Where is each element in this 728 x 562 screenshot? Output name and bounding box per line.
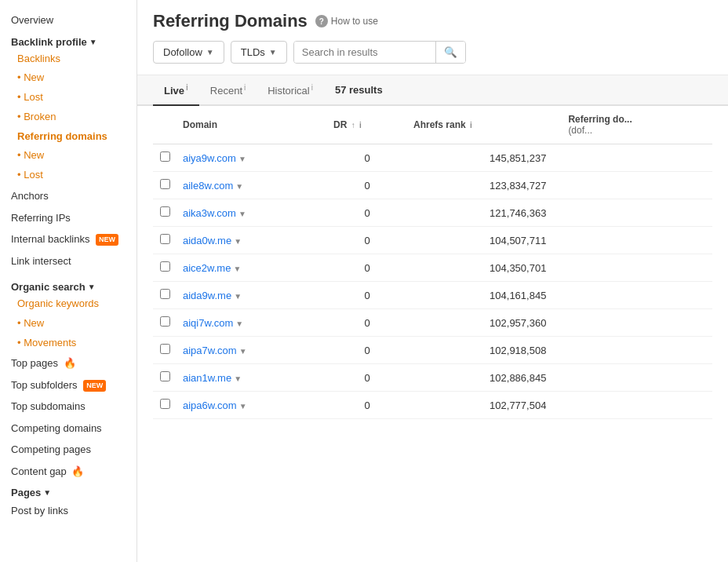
dofollow-caret-icon: ▼ (206, 48, 214, 57)
dofollow-dropdown[interactable]: Dofollow ▼ (153, 41, 224, 64)
row-checkbox[interactable] (160, 371, 170, 381)
new-badge-subfolders: NEW (83, 380, 106, 392)
toolbar: Dofollow ▼ TLDs ▼ 🔍 (153, 41, 712, 67)
table-row: aile8w.com▼ 0 123,834,727 (153, 172, 712, 199)
page-title: Referring Domains (153, 11, 308, 31)
search-icon: 🔍 (444, 46, 457, 58)
domain-cell[interactable]: aipa6w.com▼ (177, 392, 327, 419)
row-checkbox[interactable] (160, 234, 170, 244)
domain-cell[interactable]: aiqi7w.com▼ (177, 309, 327, 337)
sidebar-item-referring-domains[interactable]: Referring domains (0, 127, 136, 147)
row-checkbox[interactable] (160, 206, 170, 217)
ahrefs-rank-cell: 104,507,711 (407, 227, 562, 254)
domain-dropdown-icon[interactable]: ▼ (234, 237, 242, 246)
sidebar-item-internal-backlinks[interactable]: Internal backlinks NEW (0, 228, 136, 250)
domain-cell[interactable]: aida9w.me▼ (177, 282, 327, 309)
sidebar-item-backlinks-new[interactable]: New (0, 68, 136, 88)
domain-cell[interactable]: aian1w.me▼ (177, 364, 327, 392)
dr-cell: 0 (327, 172, 407, 199)
table-row: aian1w.me▼ 0 102,886,845 (153, 364, 712, 392)
domain-cell[interactable]: aile8w.com▼ (177, 172, 327, 199)
sidebar-section-organic-search[interactable]: Organic search ▼ (0, 276, 136, 294)
sidebar-item-backlinks-lost[interactable]: Lost (0, 88, 136, 108)
page-header: Referring Domains ? How to use Dofollow … (137, 0, 728, 75)
ahrefs-rank-info-icon: i (470, 121, 472, 130)
domain-dropdown-icon[interactable]: ▼ (235, 182, 243, 191)
sidebar-item-competing-domains[interactable]: Competing domains (0, 418, 136, 440)
sidebar-item-overview[interactable]: Overview (0, 9, 136, 31)
sidebar-item-referring-domains-lost[interactable]: Lost (0, 166, 136, 185)
sidebar-item-competing-pages[interactable]: Competing pages (0, 439, 136, 461)
referring-do-cell (562, 364, 712, 392)
domain-cell[interactable]: aice2w.me▼ (177, 254, 327, 282)
col-ahrefs-rank[interactable]: Ahrefs rank i (407, 106, 562, 144)
tlds-dropdown[interactable]: TLDs ▼ (231, 41, 287, 64)
table-row: aipa7w.com▼ 0 102,918,508 (153, 337, 712, 364)
tab-historical-info: i (311, 83, 313, 92)
domain-dropdown-icon[interactable]: ▼ (234, 374, 242, 383)
col-domain: Domain (177, 106, 327, 144)
page-title-row: Referring Domains ? How to use (153, 11, 712, 31)
domain-dropdown-icon[interactable]: ▼ (233, 265, 241, 273)
dr-cell: 0 (327, 254, 407, 282)
sidebar-item-anchors[interactable]: Anchors (0, 185, 136, 207)
sidebar-item-top-subfolders[interactable]: Top subfolders NEW (0, 374, 136, 396)
ahrefs-rank-cell: 102,918,508 (407, 337, 562, 364)
table-area: Domain DR ↑ i Ahrefs rank i Referring do… (137, 106, 728, 562)
row-checkbox[interactable] (160, 344, 170, 354)
domain-dropdown-icon[interactable]: ▼ (235, 319, 243, 328)
search-input[interactable] (294, 42, 435, 63)
sidebar-item-referring-domains-new[interactable]: New (0, 146, 136, 166)
domain-dropdown-icon[interactable]: ▼ (239, 347, 247, 356)
results-count: 57 results (335, 84, 383, 96)
sidebar-item-referring-ips[interactable]: Referring IPs (0, 207, 136, 229)
row-checkbox-cell (153, 172, 177, 199)
domain-cell[interactable]: aida0w.me▼ (177, 227, 327, 254)
sidebar-item-post-by-links[interactable]: Post by links (0, 500, 136, 522)
tab-recent[interactable]: Recenti (199, 75, 257, 106)
tab-recent-info: i (244, 83, 246, 92)
tab-historical[interactable]: Historicali (257, 75, 324, 106)
row-checkbox[interactable] (160, 151, 170, 162)
domain-dropdown-icon[interactable]: ▼ (239, 402, 247, 411)
sidebar-item-top-pages[interactable]: Top pages 🔥 (0, 352, 136, 374)
sidebar-item-link-intersect[interactable]: Link intersect (0, 250, 136, 272)
search-button[interactable]: 🔍 (435, 42, 465, 63)
domain-dropdown-icon[interactable]: ▼ (238, 210, 246, 218)
col-dr[interactable]: DR ↑ i (327, 106, 407, 144)
organic-search-arrow: ▼ (88, 283, 96, 291)
domain-dropdown-icon[interactable]: ▼ (234, 292, 242, 301)
row-checkbox[interactable] (160, 179, 170, 189)
ahrefs-rank-cell: 102,957,360 (407, 309, 562, 337)
domain-cell[interactable]: aika3w.com▼ (177, 199, 327, 227)
sidebar: Overview Backlink profile ▼ Backlinks Ne… (0, 0, 137, 562)
sidebar-item-backlinks-broken[interactable]: Broken (0, 108, 136, 127)
row-checkbox-cell (153, 337, 177, 364)
referring-do-cell (562, 172, 712, 199)
referring-do-cell (562, 392, 712, 419)
sidebar-item-top-subdomains[interactable]: Top subdomains (0, 396, 136, 418)
sidebar-item-content-gap[interactable]: Content gap 🔥 (0, 461, 136, 483)
row-checkbox-cell (153, 254, 177, 282)
row-checkbox-cell (153, 144, 177, 172)
domain-cell[interactable]: aiya9w.com▼ (177, 144, 327, 172)
sidebar-section-backlink-profile[interactable]: Backlink profile ▼ (0, 31, 136, 49)
dr-cell: 0 (327, 199, 407, 227)
sidebar-item-organic-keywords[interactable]: Organic keywords (0, 294, 136, 314)
fire-icon-top-pages: 🔥 (64, 357, 76, 369)
domain-dropdown-icon[interactable]: ▼ (238, 155, 246, 163)
dr-cell: 0 (327, 337, 407, 364)
row-checkbox-cell (153, 392, 177, 419)
sidebar-section-pages[interactable]: Pages ▼ (0, 482, 136, 500)
row-checkbox[interactable] (160, 316, 170, 327)
tab-live[interactable]: Livei (153, 75, 199, 106)
sidebar-item-organic-keywords-new[interactable]: New (0, 314, 136, 334)
row-checkbox[interactable] (160, 289, 170, 299)
sidebar-item-backlinks[interactable]: Backlinks (0, 49, 136, 69)
row-checkbox[interactable] (160, 399, 170, 409)
help-link[interactable]: ? How to use (315, 15, 378, 27)
domain-cell[interactable]: aipa7w.com▼ (177, 337, 327, 364)
row-checkbox[interactable] (160, 261, 170, 272)
sidebar-item-organic-keywords-movements[interactable]: Movements (0, 334, 136, 353)
row-checkbox-cell (153, 364, 177, 392)
